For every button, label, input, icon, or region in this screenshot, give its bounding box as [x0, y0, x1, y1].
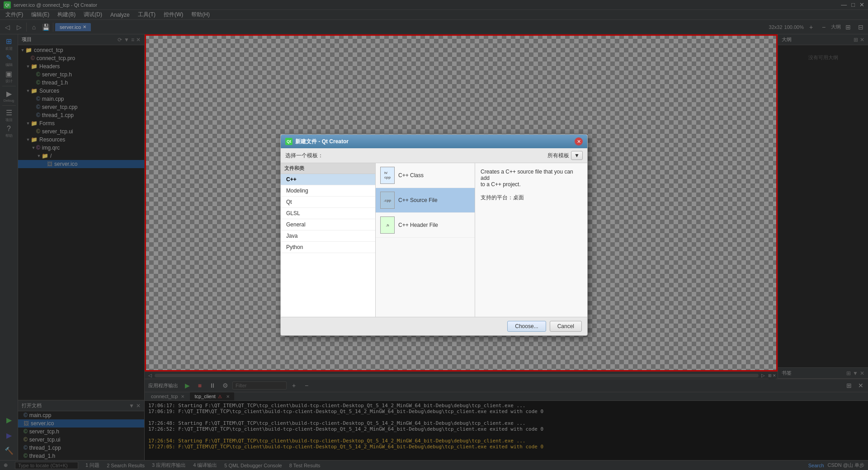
category-python[interactable]: Python [281, 242, 375, 253]
template-filter-dropdown[interactable]: ▼ [571, 151, 583, 160]
dialog-subtitle-label: 选择一个模板： [285, 152, 323, 160]
dialog-cancel-button[interactable]: Cancel [550, 321, 582, 332]
dialog-close-button[interactable]: ✕ [575, 137, 583, 146]
template-cpp-header-label: C++ Header File [398, 222, 438, 228]
dialog-title-left: Qt 新建文件 - Qt Creator [285, 138, 349, 146]
dialog-subtitle: 选择一个模板： 所有模板 ▼ [281, 148, 587, 163]
dialog-qt-logo: Qt [285, 138, 292, 145]
dialog-description-panel: Creates a C++ source file that you can a… [475, 163, 587, 317]
template-cpp-source-icon: .cpp [380, 192, 395, 209]
dialog-description: Creates a C++ source file that you can a… [481, 169, 582, 188]
template-cpp-class[interactable]: h/cpp C++ Class [376, 163, 475, 188]
category-qt[interactable]: Qt [281, 197, 375, 208]
dialog-categories-header: 文件和类 [281, 163, 375, 174]
dialog-templates-panel: h/cpp C++ Class .cpp C++ Source File .h … [376, 163, 475, 317]
template-cpp-header-icon: .h [380, 216, 395, 234]
dialog-categories-panel: 文件和类 C++ Modeling Qt GLSL General Java P… [281, 163, 376, 317]
all-templates-label: 所有模板 [547, 152, 569, 160]
template-cpp-class-icon: h/cpp [380, 167, 395, 184]
template-cpp-class-label: C++ Class [398, 172, 424, 179]
dialog-platform: 支持的平台：桌面 [481, 194, 582, 202]
dialog-body: 文件和类 C++ Modeling Qt GLSL General Java P… [281, 163, 587, 317]
dialog-footer: Choose... Cancel [281, 317, 587, 335]
template-filter: 所有模板 ▼ [547, 151, 583, 160]
dialog-title: 新建文件 - Qt Creator [295, 138, 349, 146]
dialog-titlebar: Qt 新建文件 - Qt Creator ✕ [281, 135, 587, 148]
dialog-choose-button[interactable]: Choose... [507, 321, 546, 332]
dialog-overlay: Qt 新建文件 - Qt Creator ✕ 选择一个模板： 所有模板 ▼ 文件… [0, 0, 868, 470]
new-file-dialog: Qt 新建文件 - Qt Creator ✕ 选择一个模板： 所有模板 ▼ 文件… [280, 134, 588, 336]
template-cpp-source-label: C++ Source File [398, 197, 438, 203]
category-glsl[interactable]: GLSL [281, 208, 375, 219]
template-cpp-header[interactable]: .h C++ Header File [376, 213, 475, 238]
category-java[interactable]: Java [281, 230, 375, 242]
category-modeling[interactable]: Modeling [281, 185, 375, 197]
template-cpp-source[interactable]: .cpp C++ Source File [376, 188, 475, 213]
dialog-category-list: C++ Modeling Qt GLSL General Java Python [281, 174, 375, 317]
category-cpp[interactable]: C++ [281, 174, 375, 185]
category-general[interactable]: General [281, 219, 375, 230]
